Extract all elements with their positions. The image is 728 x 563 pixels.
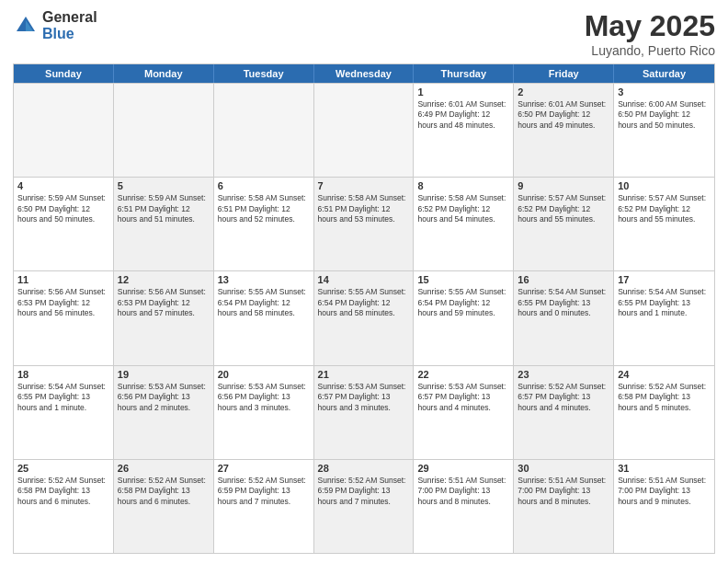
day-number: 22 [417,369,509,380]
calendar-cell: 29Sunrise: 5:51 AM Sunset: 7:00 PM Dayli… [414,460,514,553]
calendar-cell [314,84,415,177]
day-number: 9 [518,180,609,191]
calendar-row: 11Sunrise: 5:56 AM Sunset: 6:53 PM Dayli… [14,270,714,364]
day-number: 7 [318,180,410,191]
day-number: 18 [17,369,109,380]
day-info: Sunrise: 5:58 AM Sunset: 6:51 PM Dayligh… [218,193,310,224]
day-info: Sunrise: 5:56 AM Sunset: 6:53 PM Dayligh… [17,287,109,318]
calendar-cell: 28Sunrise: 5:52 AM Sunset: 6:59 PM Dayli… [314,460,415,553]
day-info: Sunrise: 5:51 AM Sunset: 7:00 PM Dayligh… [417,476,509,507]
calendar-cell: 3Sunrise: 6:00 AM Sunset: 6:50 PM Daylig… [614,84,714,177]
day-number: 4 [17,180,109,191]
day-info: Sunrise: 5:52 AM Sunset: 6:58 PM Dayligh… [17,476,109,507]
logo-icon [13,13,39,39]
day-info: Sunrise: 5:52 AM Sunset: 6:57 PM Dayligh… [518,382,609,413]
weekday-header: Wednesday [314,64,415,83]
weekday-header: Monday [114,64,214,83]
logo-general-label: General [42,9,97,26]
day-number: 6 [218,180,310,191]
day-info: Sunrise: 5:56 AM Sunset: 6:53 PM Dayligh… [118,287,210,318]
calendar-cell: 5Sunrise: 5:59 AM Sunset: 6:51 PM Daylig… [114,178,214,270]
day-info: Sunrise: 5:53 AM Sunset: 6:56 PM Dayligh… [218,382,310,413]
day-number: 26 [118,463,210,474]
calendar-cell: 21Sunrise: 5:53 AM Sunset: 6:57 PM Dayli… [314,366,415,459]
day-info: Sunrise: 5:57 AM Sunset: 6:52 PM Dayligh… [518,193,609,224]
calendar-cell: 25Sunrise: 5:52 AM Sunset: 6:58 PM Dayli… [14,460,114,553]
calendar-cell: 13Sunrise: 5:55 AM Sunset: 6:54 PM Dayli… [214,271,314,364]
day-info: Sunrise: 5:52 AM Sunset: 6:58 PM Dayligh… [118,476,210,507]
day-number: 14 [318,274,410,285]
calendar-cell: 1Sunrise: 6:01 AM Sunset: 6:49 PM Daylig… [414,84,514,177]
day-number: 15 [417,274,509,285]
calendar-cell: 24Sunrise: 5:52 AM Sunset: 6:58 PM Dayli… [614,366,714,459]
day-info: Sunrise: 5:58 AM Sunset: 6:52 PM Dayligh… [417,193,509,224]
title-block: May 2025 Luyando, Puerto Rico [585,9,715,58]
calendar-cell: 23Sunrise: 5:52 AM Sunset: 6:57 PM Dayli… [514,366,614,459]
day-number: 12 [118,274,210,285]
day-number: 19 [118,369,210,380]
weekday-header: Saturday [614,64,714,83]
day-number: 17 [618,274,711,285]
day-info: Sunrise: 5:54 AM Sunset: 6:55 PM Dayligh… [17,382,109,413]
calendar: SundayMondayTuesdayWednesdayThursdayFrid… [13,63,715,554]
day-info: Sunrise: 5:54 AM Sunset: 6:55 PM Dayligh… [518,287,609,318]
calendar-cell [14,84,114,177]
day-number: 1 [417,86,509,98]
page: General Blue May 2025 Luyando, Puerto Ri… [0,0,728,563]
calendar-cell: 12Sunrise: 5:56 AM Sunset: 6:53 PM Dayli… [114,271,214,364]
day-info: Sunrise: 5:51 AM Sunset: 7:00 PM Dayligh… [618,476,711,507]
calendar-cell: 10Sunrise: 5:57 AM Sunset: 6:52 PM Dayli… [614,178,714,270]
day-info: Sunrise: 5:55 AM Sunset: 6:54 PM Dayligh… [218,287,310,318]
day-info: Sunrise: 5:58 AM Sunset: 6:51 PM Dayligh… [318,193,410,224]
day-info: Sunrise: 5:57 AM Sunset: 6:52 PM Dayligh… [618,193,711,224]
day-info: Sunrise: 5:52 AM Sunset: 6:59 PM Dayligh… [218,476,310,507]
weekday-header: Friday [514,64,614,83]
calendar-cell: 19Sunrise: 5:53 AM Sunset: 6:56 PM Dayli… [114,366,214,459]
day-number: 11 [17,274,109,285]
calendar-body: 1Sunrise: 6:01 AM Sunset: 6:49 PM Daylig… [14,83,714,553]
calendar-row: 25Sunrise: 5:52 AM Sunset: 6:58 PM Dayli… [14,459,714,553]
day-number: 23 [518,369,609,380]
logo: General Blue [13,9,97,41]
weekday-header: Thursday [414,64,514,83]
calendar-cell: 16Sunrise: 5:54 AM Sunset: 6:55 PM Dayli… [514,271,614,364]
calendar-cell: 15Sunrise: 5:55 AM Sunset: 6:54 PM Dayli… [414,271,514,364]
day-number: 8 [417,180,509,191]
calendar-cell: 22Sunrise: 5:53 AM Sunset: 6:57 PM Dayli… [414,366,514,459]
day-number: 20 [218,369,310,380]
month-title: May 2025 [585,9,715,43]
day-info: Sunrise: 5:53 AM Sunset: 6:57 PM Dayligh… [318,382,410,413]
day-number: 16 [518,274,609,285]
day-info: Sunrise: 5:59 AM Sunset: 6:50 PM Dayligh… [17,193,109,224]
calendar-cell: 9Sunrise: 5:57 AM Sunset: 6:52 PM Daylig… [514,178,614,270]
day-number: 28 [318,463,410,474]
calendar-cell: 26Sunrise: 5:52 AM Sunset: 6:58 PM Dayli… [114,460,214,553]
calendar-cell: 7Sunrise: 5:58 AM Sunset: 6:51 PM Daylig… [314,178,415,270]
day-info: Sunrise: 5:53 AM Sunset: 6:57 PM Dayligh… [417,382,509,413]
day-number: 5 [118,180,210,191]
day-info: Sunrise: 5:52 AM Sunset: 6:58 PM Dayligh… [618,382,711,413]
calendar-cell: 14Sunrise: 5:55 AM Sunset: 6:54 PM Dayli… [314,271,415,364]
calendar-cell: 8Sunrise: 5:58 AM Sunset: 6:52 PM Daylig… [414,178,514,270]
day-number: 24 [618,369,711,380]
calendar-row: 1Sunrise: 6:01 AM Sunset: 6:49 PM Daylig… [14,83,714,177]
day-number: 27 [218,463,310,474]
day-number: 25 [17,463,109,474]
day-number: 10 [618,180,711,191]
weekday-header: Sunday [14,64,114,83]
calendar-row: 18Sunrise: 5:54 AM Sunset: 6:55 PM Dayli… [14,365,714,459]
calendar-cell: 27Sunrise: 5:52 AM Sunset: 6:59 PM Dayli… [214,460,314,553]
header: General Blue May 2025 Luyando, Puerto Ri… [13,9,715,58]
logo-blue-label: Blue [42,26,97,42]
day-info: Sunrise: 5:52 AM Sunset: 6:59 PM Dayligh… [318,476,410,507]
calendar-cell: 30Sunrise: 5:51 AM Sunset: 7:00 PM Dayli… [514,460,614,553]
day-info: Sunrise: 6:00 AM Sunset: 6:50 PM Dayligh… [618,99,711,131]
calendar-cell: 4Sunrise: 5:59 AM Sunset: 6:50 PM Daylig… [14,178,114,270]
calendar-cell: 11Sunrise: 5:56 AM Sunset: 6:53 PM Dayli… [14,271,114,364]
calendar-header: SundayMondayTuesdayWednesdayThursdayFrid… [14,64,714,83]
day-number: 29 [417,463,509,474]
location: Luyando, Puerto Rico [585,43,715,58]
day-info: Sunrise: 5:55 AM Sunset: 6:54 PM Dayligh… [318,287,410,318]
day-info: Sunrise: 6:01 AM Sunset: 6:49 PM Dayligh… [417,99,509,131]
day-info: Sunrise: 5:59 AM Sunset: 6:51 PM Dayligh… [118,193,210,224]
